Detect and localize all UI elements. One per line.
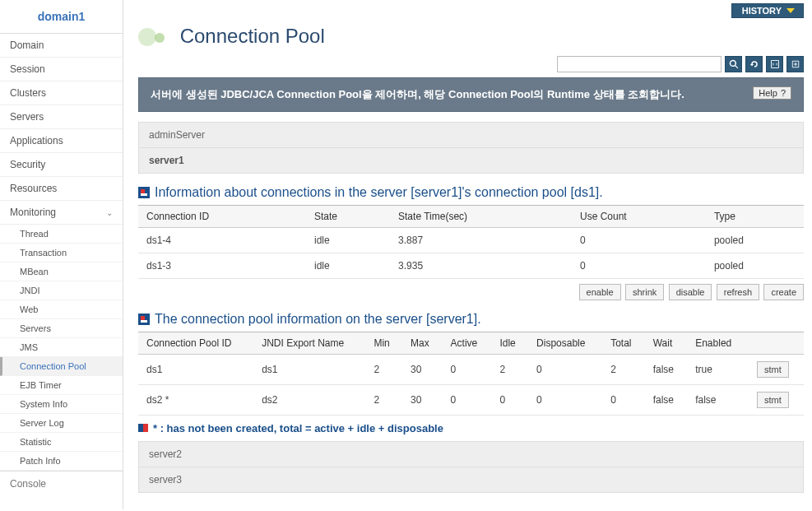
nav-item-clusters[interactable]: Clusters: [0, 81, 123, 105]
help-button[interactable]: Help ?: [753, 86, 791, 100]
th-action: [747, 332, 804, 354]
nav-item-session[interactable]: Session: [0, 58, 123, 81]
domain-title: domain1: [0, 0, 123, 34]
subnav-item-mbean[interactable]: MBean: [0, 262, 123, 281]
th-state: State: [306, 205, 390, 227]
refresh-button[interactable]: [745, 56, 763, 72]
section2-title-text: The connection pool information on the s…: [155, 312, 481, 327]
search-button[interactable]: [725, 56, 742, 72]
decorative-dots-icon: [138, 28, 171, 48]
pool-action-row: enable shrink disable refresh create: [138, 284, 804, 300]
th-max: Max: [402, 332, 442, 354]
main-content: HISTORY Connection Pool 서버에 생성된 JDBC/JCA…: [123, 0, 812, 509]
th-disposable: Disposable: [528, 332, 602, 354]
question-icon: ?: [781, 88, 786, 98]
table-row: ds1 ds1 2 30 0 2 0 2 false true stmt: [138, 354, 804, 384]
subnav-item-patch-info[interactable]: Patch Info: [0, 452, 123, 471]
refresh-icon: [749, 59, 759, 69]
server-row-server1[interactable]: server1: [138, 148, 804, 174]
export-button[interactable]: [786, 56, 804, 72]
subnav-item-web[interactable]: Web: [0, 300, 123, 319]
nav-item-domain[interactable]: Domain: [0, 34, 123, 58]
connections-table: Connection ID State State Time(sec) Use …: [138, 205, 804, 279]
section1-title-text: Information about connections in the ser…: [155, 185, 603, 200]
section-flag-icon: [138, 187, 150, 198]
th-connection-id: Connection ID: [138, 205, 306, 227]
server-row-server3[interactable]: server3: [138, 467, 804, 493]
subnav-item-system-info[interactable]: System Info: [0, 395, 123, 414]
page-title-text: Connection Pool: [180, 25, 325, 47]
refresh-button[interactable]: refresh: [717, 284, 759, 300]
footnote-flag-icon: [138, 424, 148, 432]
th-enabled: Enabled: [687, 332, 747, 354]
subnav-item-servers[interactable]: Servers: [0, 319, 123, 338]
help-label: Help: [759, 88, 777, 98]
subnav-item-thread[interactable]: Thread: [0, 225, 123, 244]
th-idle: Idle: [491, 332, 528, 354]
subnav-list: Thread Transaction MBean JNDI Web Server…: [0, 225, 123, 471]
table-row: ds2 * ds2 2 30 0 0 0 0 false false stmt: [138, 384, 804, 415]
subnav-item-connection-pool[interactable]: Connection Pool: [0, 357, 123, 376]
shrink-button[interactable]: shrink: [625, 284, 664, 300]
th-state-time: State Time(sec): [390, 205, 572, 227]
nav-item-servers[interactable]: Servers: [0, 105, 123, 129]
searchbar: [138, 56, 804, 72]
nav-item-monitoring[interactable]: Monitoring ⌄: [0, 201, 123, 225]
nav-monitoring-label: Monitoring: [10, 207, 56, 218]
subnav-item-jms[interactable]: JMS: [0, 338, 123, 357]
section-flag-icon: [138, 314, 150, 325]
stmt-button[interactable]: stmt: [757, 392, 789, 408]
table-row: ds1-4 idle 3.887 0 pooled: [138, 227, 804, 253]
sidebar: domain1 Domain Session Clusters Servers …: [0, 0, 123, 509]
nav-list: Domain Session Clusters Servers Applicat…: [0, 34, 123, 225]
section1-title: Information about connections in the ser…: [138, 185, 804, 200]
subnav-item-server-log[interactable]: Server Log: [0, 414, 123, 433]
page-title: Connection Pool: [138, 25, 804, 48]
th-active: Active: [443, 332, 492, 354]
th-total: Total: [602, 332, 645, 354]
th-type: Type: [706, 205, 804, 227]
subnav-item-jndi[interactable]: JNDI: [0, 281, 123, 300]
subnav-item-transaction[interactable]: Transaction: [0, 244, 123, 262]
xml-icon: [770, 59, 780, 69]
server-row-server2[interactable]: server2: [138, 441, 804, 467]
chevron-down-icon: ⌄: [106, 208, 113, 217]
footnote-text: * : has not been created, total = active…: [153, 422, 443, 434]
nav-item-applications[interactable]: Applications: [0, 129, 123, 153]
search-input[interactable]: [557, 56, 722, 72]
export-icon: [791, 59, 800, 69]
topbar: HISTORY: [138, 0, 804, 23]
th-min: Min: [365, 332, 402, 354]
table-row: ds1-3 idle 3.935 0 pooled: [138, 253, 804, 278]
pool-info-table: Connection Pool ID JNDI Export Name Min …: [138, 332, 804, 416]
console-label[interactable]: Console: [0, 471, 123, 496]
banner-text: 서버에 생성된 JDBC/JCA Connection Pool을 제어하며, …: [151, 86, 753, 103]
section2-title: The connection pool information on the s…: [138, 312, 804, 327]
history-button[interactable]: HISTORY: [731, 3, 804, 18]
footnote: * : has not been created, total = active…: [138, 422, 804, 434]
help-banner: 서버에 생성된 JDBC/JCA Connection Pool을 제어하며, …: [138, 77, 804, 112]
subnav-item-ejb-timer[interactable]: EJB Timer: [0, 376, 123, 395]
history-label: HISTORY: [742, 6, 782, 16]
subnav-item-statistic[interactable]: Statistic: [0, 433, 123, 452]
nav-item-security[interactable]: Security: [0, 153, 123, 177]
disable-button[interactable]: disable: [669, 284, 712, 300]
nav-item-resources[interactable]: Resources: [0, 177, 123, 201]
create-button[interactable]: create: [763, 284, 804, 300]
xml-export-button[interactable]: [766, 56, 783, 72]
enable-button[interactable]: enable: [579, 284, 621, 300]
th-pool-id: Connection Pool ID: [138, 332, 253, 354]
stmt-button[interactable]: stmt: [757, 361, 789, 378]
search-icon: [729, 59, 739, 69]
th-wait: Wait: [645, 332, 688, 354]
th-jndi: JNDI Export Name: [253, 332, 365, 354]
server-row-admin[interactable]: adminServer: [138, 122, 804, 148]
chevron-down-icon: [786, 7, 795, 15]
th-use-count: Use Count: [572, 205, 706, 227]
